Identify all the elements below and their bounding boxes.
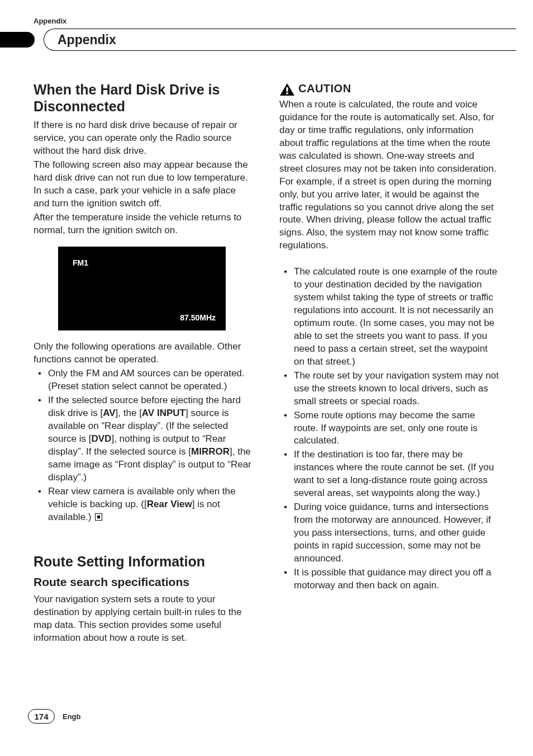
svg-rect-0 [286,87,288,92]
chapter-tab [0,32,35,48]
page: Appendix Appendix When the Hard Disk Dri… [0,0,533,756]
bullet-list: Only the FM and AM sources can be operat… [34,367,254,523]
chapter-bar: Appendix [34,29,499,53]
running-head: Appendix [34,17,499,25]
section-heading-route: Route Setting Information [34,553,254,570]
list-item: If the selected source before ejecting t… [34,394,254,484]
radio-frequency-label: 87.50MHz [180,313,216,323]
subsection-heading: Route search specifications [34,574,254,590]
body-text: Only the following operations are availa… [34,341,254,366]
left-column: When the Hard Disk Drive is Disconnected… [34,81,254,646]
body-text: The following screen also may appear bec… [34,159,254,210]
text-fragment: ], the [ [116,408,142,418]
section-heading-hdd: When the Hard Disk Drive is Disconnected [34,81,254,115]
ui-term: MIRROR [191,446,230,457]
page-number-badge: 174 [28,709,55,724]
body-text: After the temperature inside the vehicle… [34,211,254,237]
list-item: Only the FM and AM sources can be operat… [34,367,254,393]
bullet-list: The calculated route is one example of t… [279,266,499,592]
right-column: CAUTION When a route is calculated, the … [279,81,499,646]
caution-heading: CAUTION [279,81,499,96]
list-item: Rear view camera is available only when … [34,485,254,524]
chapter-pill: Appendix [44,29,516,51]
warning-triangle-icon [279,83,295,96]
svg-rect-1 [286,93,288,94]
list-item: During voice guidance, turns and interse… [279,501,499,565]
list-item: If the destination is too far, there may… [279,448,499,500]
radio-band-label: FM1 [73,258,88,268]
body-text: Your navigation system sets a route to y… [34,593,254,645]
ui-term: DVD [91,433,111,444]
list-item: It is possible that guidance may direct … [279,566,499,592]
radio-screen-figure: FM1 87.50MHz [58,247,226,330]
list-item: The calculated route is one example of t… [279,266,499,368]
body-text: If there is no hard disk drive because o… [34,119,254,158]
ui-term: AV [103,408,115,418]
list-item: The route set by your navigation system … [279,370,499,408]
ui-term: AV INPUT [142,408,185,418]
body-text: When a route is calculated, the route an… [279,98,499,252]
list-item: Some route options may become the same r… [279,409,499,448]
caution-label: CAUTION [298,81,351,96]
chapter-title: Appendix [58,32,116,48]
page-footer: 174 Engb [28,709,81,724]
language-code: Engb [63,712,81,721]
content-columns: When the Hard Disk Drive is Disconnected… [34,81,499,646]
section-end-icon [95,513,102,521]
ui-term: Rear View [147,499,192,509]
page-number: 174 [34,712,48,721]
